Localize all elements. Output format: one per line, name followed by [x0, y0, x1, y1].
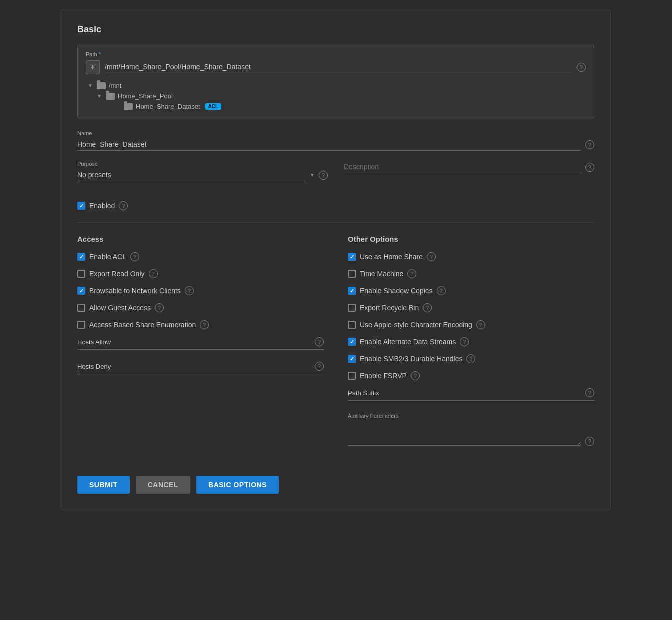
checkbox-apple-char[interactable]: Use Apple-style Character Encoding ?: [348, 320, 594, 330]
tree-label-pool: Home_Share_Pool: [118, 92, 173, 100]
checkbox-use-home-share[interactable]: Use as Home Share ?: [348, 252, 594, 262]
time-machine-label: Time Machine: [360, 270, 404, 278]
tree-label-dataset: Home_Share_Dataset: [136, 103, 200, 110]
hosts-allow-field: Hosts Allow ?: [78, 338, 324, 350]
checkbox-smb23[interactable]: Enable SMB2/3 Durable Handles ?: [348, 354, 594, 364]
cancel-button[interactable]: CANCEL: [136, 476, 190, 494]
hosts-allow-help-icon[interactable]: ?: [315, 338, 324, 346]
browsable-label: Browsable to Network Clients: [90, 287, 181, 295]
divider: [78, 222, 594, 223]
chevron-mnt[interactable]: ▼: [88, 83, 94, 88]
checkbox-export-read-only[interactable]: Export Read Only ?: [78, 270, 324, 278]
smb23-label: Enable SMB2/3 Durable Handles: [360, 355, 462, 363]
shadow-copies-label: Enable Shadow Copies: [360, 287, 433, 295]
purpose-help-icon[interactable]: ?: [319, 171, 328, 180]
checkbox-export-recycle-bin[interactable]: Export Recycle Bin ?: [348, 304, 594, 312]
browsable-checkbox[interactable]: [78, 287, 86, 295]
browsable-help-icon[interactable]: ?: [185, 286, 194, 296]
checkbox-allow-guest[interactable]: Allow Guest Access ?: [78, 304, 324, 312]
aux-params-textarea[interactable]: [348, 421, 582, 446]
smb23-help-icon[interactable]: ?: [466, 354, 476, 364]
modal-container: Basic Path * + /mnt/Home_Share_Pool/Home…: [61, 10, 611, 510]
name-help-icon[interactable]: ?: [586, 140, 594, 150]
access-based-share-help-icon[interactable]: ?: [200, 320, 209, 330]
allow-guest-help-icon[interactable]: ?: [155, 304, 164, 312]
enable-acl-label: Enable ACL: [90, 253, 126, 261]
basic-options-button[interactable]: BASIC OPTIONS: [196, 476, 279, 494]
name-input[interactable]: [78, 138, 582, 151]
access-column: Access Enable ACL ? Export Read Only ? B…: [78, 235, 324, 456]
path-tree: ▼ /mnt ▼ Home_Share_Pool ▶ Home_Share_Da…: [86, 80, 586, 112]
export-read-only-checkbox[interactable]: [78, 270, 86, 278]
checkbox-browsable[interactable]: Browsable to Network Clients ?: [78, 286, 324, 296]
shadow-copies-checkbox[interactable]: [348, 287, 356, 295]
description-help-icon[interactable]: ?: [586, 163, 594, 172]
purpose-chevron-icon: ▼: [310, 172, 315, 178]
name-field-group: Name ?: [78, 130, 594, 151]
purpose-label: Purpose: [78, 161, 328, 167]
checkbox-fsrvp[interactable]: Enable FSRVP ?: [348, 372, 594, 380]
enabled-help-icon[interactable]: ?: [119, 202, 128, 210]
description-input[interactable]: [344, 161, 582, 174]
chevron-pool[interactable]: ▼: [97, 94, 103, 99]
apple-char-help-icon[interactable]: ?: [476, 320, 486, 330]
folder-icon-mnt: [97, 82, 106, 90]
submit-button[interactable]: SUBMIT: [78, 476, 130, 494]
use-home-share-help-icon[interactable]: ?: [427, 252, 436, 262]
footer: SUBMIT CANCEL BASIC OPTIONS: [78, 476, 594, 494]
description-field-group: ?: [344, 161, 594, 182]
checkbox-access-based-share[interactable]: Access Based Share Enumeration ?: [78, 320, 324, 330]
checkbox-alt-data-streams[interactable]: Enable Alternate Data Streams ?: [348, 338, 594, 346]
shadow-copies-help-icon[interactable]: ?: [437, 286, 446, 296]
alt-data-streams-checkbox[interactable]: [348, 338, 356, 346]
tree-level-2: ▶ Home_Share_Dataset ACL: [97, 102, 586, 112]
hosts-deny-help-icon[interactable]: ?: [315, 362, 324, 371]
enabled-checkbox[interactable]: [78, 202, 86, 210]
enabled-label: Enabled: [90, 202, 115, 210]
alt-data-streams-label: Enable Alternate Data Streams: [360, 338, 456, 346]
hosts-allow-label: Hosts Allow ?: [78, 338, 324, 350]
export-read-only-help-icon[interactable]: ?: [149, 270, 158, 278]
time-machine-checkbox[interactable]: [348, 270, 356, 278]
aux-params-label: Auxiliary Parameters: [348, 413, 594, 419]
use-home-share-label: Use as Home Share: [360, 253, 423, 261]
path-value: /mnt/Home_Share_Pool/Home_Share_Dataset: [105, 63, 572, 72]
path-input-row: + /mnt/Home_Share_Pool/Home_Share_Datase…: [86, 60, 586, 74]
path-suffix-field: Path Suffix ?: [348, 388, 594, 401]
acl-badge: ACL: [206, 104, 222, 110]
enable-acl-checkbox[interactable]: [78, 253, 86, 261]
smb23-checkbox[interactable]: [348, 355, 356, 363]
add-path-button[interactable]: +: [86, 60, 100, 74]
export-read-only-label: Export Read Only: [90, 270, 145, 278]
allow-guest-checkbox[interactable]: [78, 304, 86, 312]
access-title: Access: [78, 235, 324, 244]
hosts-deny-field: Hosts Deny ?: [78, 362, 324, 374]
other-options-column: Other Options Use as Home Share ? Time M…: [348, 235, 594, 456]
options-columns: Access Enable ACL ? Export Read Only ? B…: [78, 235, 594, 456]
export-recycle-bin-help-icon[interactable]: ?: [423, 304, 432, 312]
checkbox-shadow-copies[interactable]: Enable Shadow Copies ?: [348, 286, 594, 296]
path-suffix-help-icon[interactable]: ?: [586, 388, 594, 398]
purpose-select[interactable]: No presets: [78, 169, 306, 182]
aux-params-help-icon[interactable]: ?: [586, 437, 594, 446]
folder-icon-pool: [106, 93, 115, 100]
checkbox-time-machine[interactable]: Time Machine ?: [348, 270, 594, 278]
alt-data-streams-help-icon[interactable]: ?: [460, 338, 469, 346]
access-based-share-checkbox[interactable]: [78, 321, 86, 329]
use-home-share-checkbox[interactable]: [348, 253, 356, 261]
apple-char-checkbox[interactable]: [348, 321, 356, 329]
checkbox-enable-acl[interactable]: Enable ACL ?: [78, 252, 324, 262]
path-help-icon[interactable]: ?: [577, 63, 586, 72]
fsrvp-label: Enable FSRVP: [360, 372, 407, 380]
time-machine-help-icon[interactable]: ?: [408, 270, 416, 278]
fsrvp-help-icon[interactable]: ?: [411, 372, 420, 380]
tree-label-mnt: /mnt: [109, 82, 122, 90]
tree-item-mnt: ▼ /mnt: [88, 80, 586, 91]
path-box: Path * + /mnt/Home_Share_Pool/Home_Share…: [78, 45, 594, 118]
aux-params-row: ?: [348, 421, 594, 446]
hosts-deny-label: Hosts Deny ?: [78, 362, 324, 374]
export-recycle-bin-checkbox[interactable]: [348, 304, 356, 312]
enable-acl-help-icon[interactable]: ?: [130, 252, 140, 262]
fsrvp-checkbox[interactable]: [348, 372, 356, 380]
apple-char-label: Use Apple-style Character Encoding: [360, 321, 472, 329]
